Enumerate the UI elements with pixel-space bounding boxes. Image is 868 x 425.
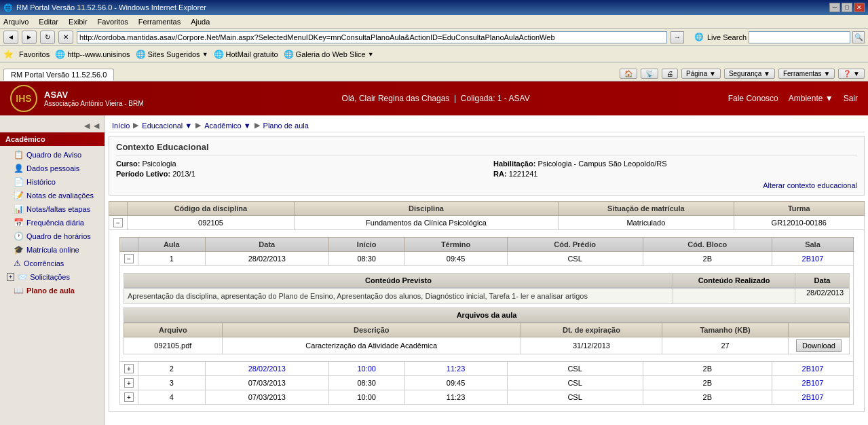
close-button[interactable]: ✕ <box>854 3 865 12</box>
aula1-sala[interactable]: 2B107 <box>772 252 853 266</box>
fav-galeria-icon: 🌐 <box>284 50 294 59</box>
aula2-expand-cell[interactable]: + <box>120 362 138 376</box>
aula4-sala[interactable]: 2B107 <box>772 390 853 405</box>
fav-hotmail-icon: 🌐 <box>214 50 224 59</box>
sair-link[interactable]: Sair <box>844 94 858 103</box>
fav-unisinos[interactable]: 🌐 http--www.unisinos <box>55 50 130 59</box>
menu-arquivo[interactable]: Arquivo <box>3 18 29 26</box>
aula1-termino: 09:45 <box>404 252 507 266</box>
tab-bar: RM Portal Versão 11.52.56.0 🏠 📡 🖨 Página… <box>0 62 868 81</box>
arquivo-tamanho: 27 <box>662 337 789 354</box>
breadcrumb-sep2: ▶ <box>195 121 201 130</box>
quadro-horarios-icon: 🕐 <box>14 232 24 241</box>
sidebar-toggle[interactable]: ◄◄ <box>0 119 105 132</box>
favorites-menu[interactable]: Favoritos <box>19 50 50 58</box>
context-title: Contexto Educacional <box>116 142 857 155</box>
menu-ajuda[interactable]: Ajuda <box>191 18 210 26</box>
sidebar-item-dados-pessoais[interactable]: 👤 Dados pessoais <box>0 162 105 175</box>
menu-exibir[interactable]: Exibir <box>69 18 88 26</box>
forward-button[interactable]: ► <box>22 31 37 44</box>
maximize-button[interactable]: □ <box>842 3 852 12</box>
conteudo-header-row: Conteúdo Previsto Conteúdo Realizado Dat… <box>124 274 849 289</box>
disciplina-row: − 092105 Fundamentos da Clínica Psicológ… <box>109 216 865 230</box>
aula1-inicio: 08:30 <box>328 252 404 266</box>
stop-button[interactable]: ✕ <box>58 31 73 44</box>
sidebar-item-historico[interactable]: 📄 Histórico <box>0 175 105 189</box>
aula1-collapse-button[interactable]: − <box>124 254 134 263</box>
toolbar-home[interactable]: 🏠 <box>620 69 637 79</box>
matricula-icon: 🎓 <box>14 245 24 255</box>
sidebar-item-notas-avaliacoes[interactable]: 📝 Notas de avaliações <box>0 189 105 202</box>
search-input[interactable] <box>749 31 850 43</box>
breadcrumb-educacional[interactable]: Educacional ▼ <box>142 122 192 130</box>
aula1-expand-cell[interactable]: − <box>120 252 138 266</box>
sidebar-item-ocorrencias[interactable]: ⚠ Ocorrências <box>0 257 105 270</box>
fav-sites-sugeridos[interactable]: 🌐 Sites Sugeridos ▼ <box>136 50 208 59</box>
fav-hotmail[interactable]: 🌐 HotMail gratuito <box>214 50 278 59</box>
th-turma: Turma <box>734 202 864 216</box>
sidebar-item-matricula[interactable]: 🎓 Matrícula online <box>0 243 105 257</box>
refresh-button[interactable]: ↻ <box>40 31 55 44</box>
breadcrumb-plano[interactable]: Plano de aula <box>263 122 309 130</box>
toolbar-page[interactable]: Página ▼ <box>681 69 721 79</box>
fale-conosco-link[interactable]: Fale Conosco <box>728 94 778 103</box>
menu-ferramentas[interactable]: Ferramentas <box>138 18 181 26</box>
download-button[interactable]: Download <box>796 339 842 352</box>
aula2-bloco: 2B <box>643 362 772 376</box>
aula2-data[interactable]: 28/02/2013 <box>205 362 328 376</box>
conteudo-previsto-text: Apresentação da disciplina, apresentação… <box>124 289 673 303</box>
aula2-sala[interactable]: 2B107 <box>772 362 853 376</box>
fav-galeria[interactable]: 🌐 Galeria do Web Slice ▼ <box>284 50 374 59</box>
context-grid: Curso: Psicologia Habilitação: Psicologi… <box>116 160 857 178</box>
toolbar-help[interactable]: ❓ ▼ <box>838 69 865 79</box>
alterar-contexto-link[interactable]: Alterar contexto educacional <box>116 181 857 189</box>
conteudo-data-text: 28/02/2013 <box>795 289 849 303</box>
sidebar-item-notas-faltas[interactable]: 📊 Notas/faltas etapas <box>0 202 105 216</box>
aula3-sala[interactable]: 2B107 <box>772 376 853 390</box>
window-title: RM Portal Versão 11.52.56.0 - Windows In… <box>16 3 206 12</box>
sub-th-expand <box>120 238 138 252</box>
minimize-button[interactable]: ─ <box>829 3 840 12</box>
back-button[interactable]: ◄ <box>3 31 18 44</box>
aula-row-2: + 2 28/02/2013 10:00 11:23 CSL 2B 2B107 <box>120 362 854 376</box>
breadcrumb-academico[interactable]: Acadêmico ▼ <box>204 122 250 130</box>
org-name: ASAV <box>44 90 144 100</box>
aula3-expand-button[interactable]: + <box>124 378 134 388</box>
toolbar-rss[interactable]: 📡 <box>641 69 658 79</box>
th-situacao: Situação de matrícula <box>559 202 734 216</box>
arquivo-row: 092105.pdf Caracterização da Atividade A… <box>124 337 850 354</box>
go-button[interactable]: → <box>671 31 684 43</box>
sidebar-item-solicitacoes[interactable]: + 📨 Solicitações <box>0 270 105 284</box>
toolbar-tools[interactable]: Ferramentas ▼ <box>778 69 835 79</box>
breadcrumb-inicio[interactable]: Início <box>112 122 130 130</box>
sidebar-item-plano-aula[interactable]: 📖 Plano de aula <box>0 284 105 297</box>
collapse-button[interactable]: − <box>113 218 123 227</box>
aula2-expand-button[interactable]: + <box>124 364 134 373</box>
content-area: Início ▶ Educacional ▼ ▶ Acadêmico ▼ ▶ P… <box>105 115 868 425</box>
search-button[interactable]: 🔍 <box>852 31 865 43</box>
disciplina-turma: GR12010-00186 <box>734 216 864 230</box>
toolbar-security[interactable]: Segurança ▼ <box>724 69 775 79</box>
aula4-expand-button[interactable]: + <box>124 392 134 402</box>
sidebar-item-quadro-aviso[interactable]: 📋 Quadro de Aviso <box>0 148 105 162</box>
menu-favoritos[interactable]: Favoritos <box>98 18 128 26</box>
aula3-expand-cell[interactable]: + <box>120 376 138 390</box>
conteudo-data-header: Data <box>795 274 849 288</box>
aula2-inicio[interactable]: 10:00 <box>328 362 404 376</box>
aula2-termino[interactable]: 11:23 <box>404 362 507 376</box>
aula4-expand-cell[interactable]: + <box>120 390 138 405</box>
context-ra: RA: 1221241 <box>493 170 857 178</box>
aula1-content-cell: Conteúdo Previsto Conteúdo Realizado Dat… <box>120 266 854 362</box>
address-input[interactable] <box>77 31 667 43</box>
historico-icon: 📄 <box>14 177 24 187</box>
disciplina-expand-cell[interactable]: − <box>109 216 128 230</box>
browser-tab-active[interactable]: RM Portal Versão 11.52.56.0 <box>3 69 114 81</box>
ocorrencias-icon: ⚠ <box>14 259 21 268</box>
ambiente-link[interactable]: Ambiente ▼ <box>789 94 833 103</box>
menu-editar[interactable]: Editar <box>39 18 58 26</box>
sidebar: ◄◄ Acadêmico 📋 Quadro de Aviso 👤 Dados p… <box>0 115 105 425</box>
sidebar-item-frequencia[interactable]: 📅 Frequência diária <box>0 216 105 229</box>
fav-sites-icon: 🌐 <box>136 50 146 59</box>
sidebar-item-quadro-horarios[interactable]: 🕐 Quadro de horários <box>0 229 105 243</box>
toolbar-print[interactable]: 🖨 <box>662 69 678 79</box>
